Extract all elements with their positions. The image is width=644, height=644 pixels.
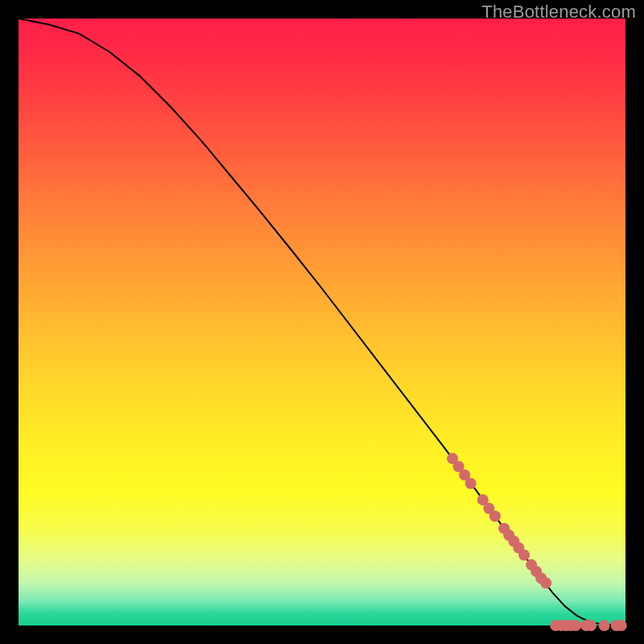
bottleneck-curve [19,19,625,625]
data-point [540,577,551,588]
data-point [599,620,610,631]
data-point [489,510,501,522]
data-point [518,550,530,561]
data-point [570,620,581,631]
chart-frame: TheBottleneck.com [0,0,644,644]
watermark-text: TheBottleneck.com [481,2,636,23]
data-point [465,478,477,489]
data-point [585,620,597,631]
data-point [616,620,627,631]
data-points-group [447,453,627,631]
chart-svg [19,19,625,625]
plot-area [19,19,625,625]
